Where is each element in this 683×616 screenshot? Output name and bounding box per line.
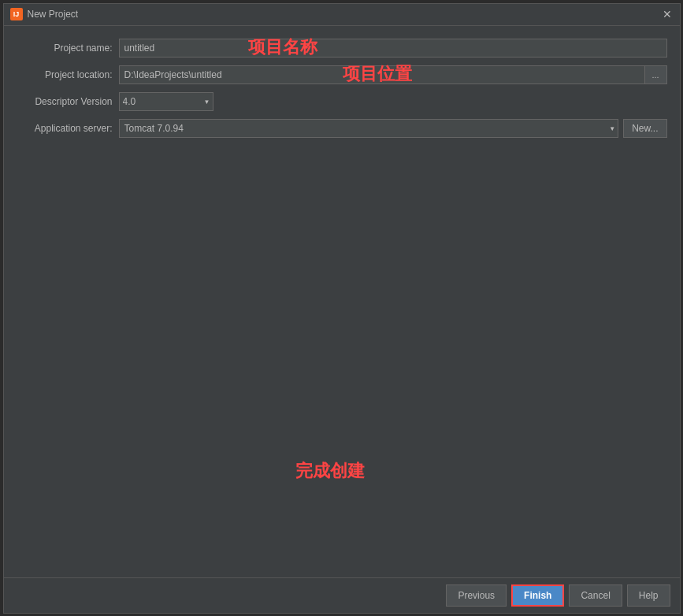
help-button[interactable]: Help xyxy=(627,584,670,607)
previous-button[interactable]: Previous xyxy=(446,584,507,607)
finish-button[interactable]: Finish xyxy=(511,584,564,607)
title-bar: IJ New Project ✕ xyxy=(4,4,680,26)
application-server-select[interactable]: Tomcat 7.0.94 xyxy=(119,119,619,138)
project-location-input[interactable] xyxy=(119,65,645,84)
project-location-label: Project location: xyxy=(17,69,119,80)
main-body: 项目名称 项目位置 Project name: Project location… xyxy=(4,26,680,577)
application-server-row: Application server: Tomcat 7.0.94 ▼ New.… xyxy=(17,119,667,138)
project-location-row: Project location: ... xyxy=(17,65,667,84)
server-select-wrapper: Tomcat 7.0.94 ▼ xyxy=(119,119,619,138)
descriptor-version-label: Descriptor Version xyxy=(17,96,119,107)
project-name-row: Project name: xyxy=(17,39,667,58)
project-name-label: Project name: xyxy=(17,43,119,54)
new-server-button[interactable]: New... xyxy=(623,119,666,138)
project-name-input[interactable] xyxy=(119,39,667,58)
browse-button[interactable]: ... xyxy=(645,65,667,84)
app-icon: IJ xyxy=(10,8,23,20)
application-server-label: Application server: xyxy=(17,123,119,134)
project-location-field-group: ... xyxy=(119,65,667,84)
close-button[interactable]: ✕ xyxy=(661,8,674,20)
cancel-button[interactable]: Cancel xyxy=(569,584,622,607)
bottom-bar: Previous Finish Cancel Help xyxy=(4,577,680,613)
descriptor-version-select[interactable]: 4.0 xyxy=(119,92,213,111)
title-bar-left: IJ New Project xyxy=(10,8,79,20)
annotation-finish: 完成创建 xyxy=(295,459,365,483)
descriptor-version-row: Descriptor Version 4.0 xyxy=(17,92,667,111)
dialog-title: New Project xyxy=(28,9,79,20)
content-area: 项目名称 项目位置 Project name: Project location… xyxy=(4,26,680,577)
descriptor-version-select-wrapper: 4.0 xyxy=(119,92,213,111)
new-project-dialog: IJ New Project ✕ 项目名称 项目位置 Project name:… xyxy=(3,3,681,614)
